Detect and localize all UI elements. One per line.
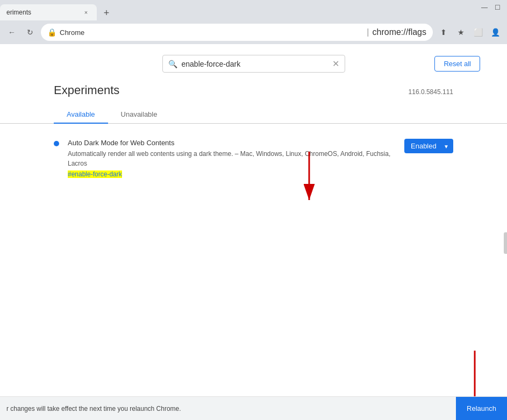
minimize-button[interactable]: —: [479, 2, 490, 13]
experiment-info: Auto Dark Mode for Web Contents Automati…: [68, 139, 396, 179]
new-tab-button[interactable]: +: [99, 5, 114, 20]
bottom-bar: r changes will take effect the next time…: [0, 396, 507, 420]
tab-search-button[interactable]: ⬜: [470, 25, 485, 40]
bookmark-button[interactable]: ⬆: [436, 25, 451, 40]
side-scrollbar-handle[interactable]: [504, 232, 507, 254]
tab-close-button[interactable]: ×: [82, 8, 90, 17]
star-button[interactable]: ★: [453, 25, 468, 40]
experiment-desc: Automatically render all web contents us…: [68, 149, 396, 168]
tabs-container: Available Unavailable: [0, 97, 507, 124]
page-title: Experiments: [54, 83, 119, 97]
experiment-name: Auto Dark Mode for Web Contents: [68, 139, 396, 147]
maximize-button[interactable]: ☐: [492, 2, 503, 13]
address-bar[interactable]: 🔒 Chrome | chrome://flags: [41, 24, 433, 41]
tab-title: eriments: [6, 9, 78, 16]
address-url: chrome://flags: [373, 27, 426, 37]
tab-available[interactable]: Available: [54, 106, 108, 124]
status-select-wrapper: Default Enabled Disabled: [404, 139, 453, 153]
page-content: 🔍 ✕ Reset all Experiments 116.0.5845.111…: [0, 44, 507, 420]
search-area: 🔍 ✕ Reset all: [0, 44, 507, 73]
experiment-control: Default Enabled Disabled: [404, 139, 453, 153]
lock-icon: 🔒: [47, 28, 56, 37]
tab-unavailable[interactable]: Unavailable: [108, 106, 170, 124]
active-tab[interactable]: eriments ×: [0, 4, 97, 20]
experiment-link[interactable]: #enable-force-dark: [68, 170, 122, 178]
experiment-item: Auto Dark Mode for Web Contents Automati…: [54, 132, 453, 185]
address-separator: |: [367, 27, 369, 37]
clear-search-button[interactable]: ✕: [332, 59, 339, 69]
relaunch-button[interactable]: Relaunch: [456, 397, 507, 421]
experiment-dot: [54, 141, 59, 146]
address-brand: Chrome: [60, 29, 363, 37]
status-select[interactable]: Default Enabled Disabled: [404, 139, 453, 153]
profile-button[interactable]: 👤: [488, 25, 503, 40]
page-title-area: Experiments 116.0.5845.111: [0, 73, 507, 97]
refresh-button[interactable]: ↻: [23, 25, 38, 40]
relaunch-message: r changes will take effect the next time…: [6, 405, 181, 412]
experiment-list: Auto Dark Mode for Web Contents Automati…: [0, 124, 507, 185]
reset-all-button[interactable]: Reset all: [434, 56, 480, 72]
version-text: 116.0.5845.111: [409, 88, 453, 96]
search-icon: 🔍: [168, 60, 177, 68]
search-input[interactable]: [182, 60, 328, 68]
back-button[interactable]: ←: [4, 25, 19, 40]
search-box[interactable]: 🔍 ✕: [162, 55, 345, 73]
